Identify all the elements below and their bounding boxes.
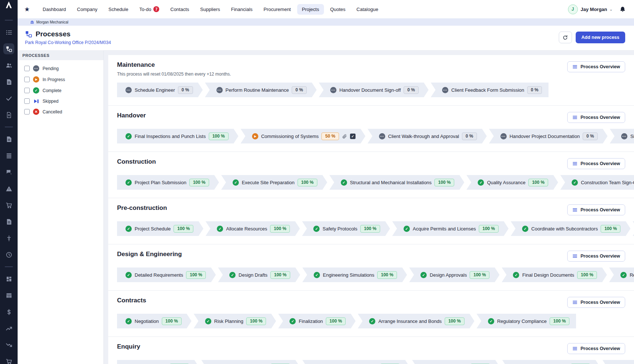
process-step-acquire-permits-and-licenses[interactable]: ✓Acquire Permits and Licenses100 % bbox=[392, 221, 509, 236]
filter-item-skipped[interactable]: Skipped bbox=[21, 98, 100, 105]
process-step-final-inspections-and-punch-lists[interactable]: ✓Final Inspections and Punch Lists100 % bbox=[117, 129, 238, 143]
process-step-finalization[interactable]: ✓Finalization100 % bbox=[278, 314, 356, 328]
document-icon[interactable] bbox=[3, 134, 14, 145]
cart-icon[interactable] bbox=[3, 356, 14, 364]
notifications-bell-icon[interactable] bbox=[619, 6, 626, 13]
grid-icon[interactable] bbox=[3, 273, 14, 284]
process-step-feasibility-study[interactable]: ✓Feasibility Study100 % bbox=[412, 360, 500, 364]
favorites-star-icon[interactable]: ★ bbox=[24, 6, 30, 12]
process-step-perform-routine-maintenance[interactable]: ⋯Perform Routine Maintenance0 % bbox=[205, 83, 317, 97]
process-step-engineering-simulations[interactable]: ✓Engineering Simulations100 % bbox=[302, 267, 407, 282]
process-step-arrange-insurance-and-bonds[interactable]: ✓Arrange Insurance and Bonds100 % bbox=[358, 314, 474, 328]
attachment-paperclip-icon[interactable] bbox=[342, 134, 347, 139]
process-overview-button[interactable]: Process Overview bbox=[567, 204, 625, 215]
process-step-project-plan-submission[interactable]: ✓Project Plan Submission100 % bbox=[117, 175, 219, 190]
process-step-allocate-resources[interactable]: ✓Allocate Resources100 % bbox=[205, 221, 300, 236]
process-step-client-walk-through-and-approval[interactable]: ⋯Client Walk-through and Approval0 % bbox=[368, 129, 487, 143]
process-step-execute-site-preparation[interactable]: ✓Execute Site Preparation100 % bbox=[221, 175, 327, 190]
nav-item-dashboard[interactable]: Dashboard bbox=[38, 4, 71, 15]
process-step-design-approvals[interactable]: ✓Design Approvals100 % bbox=[409, 267, 499, 282]
process-step-release-materials-procurement[interactable]: ✓Release Materials Procurement100 % bbox=[609, 267, 634, 282]
nav-item-to-do[interactable]: To-do7 bbox=[135, 4, 164, 15]
process-step-construction-team-sign-off[interactable]: ✓Construction Team Sign-Off100 % bbox=[560, 175, 634, 190]
process-step-detailed-requirements[interactable]: ✓Detailed Requirements100 % bbox=[117, 267, 216, 282]
add-new-process-button[interactable]: Add new process bbox=[576, 32, 626, 43]
process-step-safety-protocols[interactable]: ✓Safety Protocols100 % bbox=[302, 221, 390, 236]
process-step-commissioning-of-systems[interactable]: ▶Commissioning of Systems50 %✓ bbox=[241, 129, 365, 143]
process-step-initiate-contact[interactable]: ✓Initiate Contact100 % bbox=[117, 360, 199, 364]
filter-item-in-progress[interactable]: ▶In Progress bbox=[21, 76, 100, 83]
nav-item-quotes[interactable]: Quotes bbox=[325, 4, 350, 15]
nav-item-schedule[interactable]: Schedule bbox=[104, 4, 133, 15]
user-menu[interactable]: J Jay Morgan ⌄ bbox=[568, 4, 613, 14]
filter-checkbox-complete[interactable] bbox=[24, 88, 30, 93]
cart-icon[interactable] bbox=[3, 200, 14, 211]
process-step-conduct-site-assessment[interactable]: ✓Conduct Site Assessment100 % bbox=[302, 360, 410, 364]
breadcrumb-label[interactable]: Morgan Mechanical bbox=[36, 20, 68, 24]
users-icon[interactable] bbox=[3, 60, 14, 71]
process-step-quality-assurance[interactable]: ✓Quality Assurance100 % bbox=[466, 175, 558, 190]
status-complete-icon: ✓ bbox=[522, 226, 528, 232]
process-step-proposal-feedback[interactable]: ✓Proposal Feedback100 % bbox=[602, 360, 634, 364]
clock-icon[interactable] bbox=[3, 249, 14, 260]
step-checked-checkbox[interactable]: ✓ bbox=[350, 134, 356, 139]
filter-checkbox-in-progress[interactable] bbox=[24, 77, 30, 82]
check-icon[interactable] bbox=[3, 93, 14, 104]
process-step-client-feedback-form-submission[interactable]: ⋯Client Feedback Form Submission0 % bbox=[431, 83, 549, 97]
process-step-final-design-documents[interactable]: ✓Final Design Documents100 % bbox=[502, 267, 607, 282]
process-step-handover-document-sign-off[interactable]: ⋯Handover Document Sign-off0 % bbox=[319, 83, 429, 97]
process-overview-button[interactable]: Process Overview bbox=[567, 61, 625, 72]
project-link[interactable]: Park Royal Co-Working Office P/2024/M034 bbox=[25, 40, 111, 45]
step-label: Risk Planning bbox=[214, 318, 244, 324]
adjustments-icon[interactable] bbox=[3, 233, 14, 244]
process-step-negotiation[interactable]: ✓Negotiation100 % bbox=[117, 314, 192, 328]
app-logo[interactable] bbox=[0, 0, 18, 10]
status-pending-icon: ⋯ bbox=[330, 87, 336, 93]
process-section-maintenance: MaintenanceThis process will reset 01/08… bbox=[108, 55, 634, 105]
process-step-schedule-engineer[interactable]: ⋯Schedule Engineer0 % bbox=[117, 83, 203, 97]
processes-icon[interactable] bbox=[3, 43, 14, 54]
warning-icon[interactable] bbox=[3, 183, 14, 194]
status-complete-icon: ✓ bbox=[488, 318, 494, 324]
process-step-handover-project-documentation[interactable]: ⋯Handover Project Documentation0 % bbox=[489, 129, 608, 143]
process-step-regulatory-compliance[interactable]: ✓Regulatory Compliance100 % bbox=[477, 314, 576, 328]
filter-item-pending[interactable]: ⋯Pending bbox=[21, 65, 100, 72]
dollar-icon[interactable] bbox=[3, 306, 14, 317]
nav-item-company[interactable]: Company bbox=[72, 4, 102, 15]
process-step-project-schedule[interactable]: ✓Project Schedule100 % bbox=[117, 221, 203, 236]
process-overview-button[interactable]: Process Overview bbox=[567, 158, 625, 169]
filter-checkbox-skipped[interactable] bbox=[24, 98, 30, 104]
list-icon[interactable] bbox=[3, 27, 14, 38]
process-overview-button[interactable]: Process Overview bbox=[567, 112, 625, 123]
trend-up-icon[interactable] bbox=[3, 323, 14, 334]
filter-checkbox-pending[interactable] bbox=[24, 66, 30, 71]
filter-item-complete[interactable]: ✓Complete bbox=[21, 87, 100, 94]
process-step-coordinate-with-subcontractors[interactable]: ✓Coordinate with Subcontractors100 % bbox=[511, 221, 630, 236]
filter-item-cancelled[interactable]: ✕Cancelled bbox=[21, 108, 100, 116]
process-step-analyze-client-needs[interactable]: ✓Analyze Client Needs100 % bbox=[201, 360, 300, 364]
nav-item-catalogue[interactable]: Catalogue bbox=[352, 4, 383, 15]
process-step-sign-off-and-close-project[interactable]: ⋯Sign-off and Close Project0 % bbox=[610, 129, 634, 143]
process-step-structural-and-mechanical-installations[interactable]: ✓Structural and Mechanical Installations… bbox=[329, 175, 464, 190]
process-step-risk-planning[interactable]: ✓Risk Planning100 % bbox=[194, 314, 276, 328]
document-icon[interactable] bbox=[3, 216, 14, 227]
nav-item-financials[interactable]: Financials bbox=[226, 4, 258, 15]
document-icon[interactable] bbox=[3, 76, 14, 87]
rows-icon[interactable] bbox=[3, 150, 14, 161]
nav-item-suppliers[interactable]: Suppliers bbox=[196, 4, 225, 15]
refresh-button[interactable] bbox=[559, 32, 572, 43]
table-icon[interactable] bbox=[3, 290, 14, 301]
process-step-prepare-construction-site[interactable]: ✓Prepare Construction Site100 % bbox=[633, 221, 634, 236]
nav-item-contacts[interactable]: Contacts bbox=[165, 4, 194, 15]
chat-icon[interactable] bbox=[3, 167, 14, 178]
process-overview-button[interactable]: Process Overview bbox=[567, 297, 625, 308]
nav-item-procurement[interactable]: Procurement bbox=[259, 4, 295, 15]
nav-item-projects[interactable]: Projects bbox=[297, 4, 324, 15]
process-overview-button[interactable]: Process Overview bbox=[567, 343, 625, 354]
file-upload-icon[interactable] bbox=[3, 109, 14, 120]
filter-checkbox-cancelled[interactable] bbox=[24, 109, 30, 114]
trend-down-icon[interactable] bbox=[3, 339, 14, 350]
process-overview-button[interactable]: Process Overview bbox=[567, 251, 625, 262]
process-step-design-drafts[interactable]: ✓Design Drafts100 % bbox=[218, 267, 300, 282]
process-step-proposal-submission[interactable]: ✓Proposal Submission100 % bbox=[502, 360, 600, 364]
